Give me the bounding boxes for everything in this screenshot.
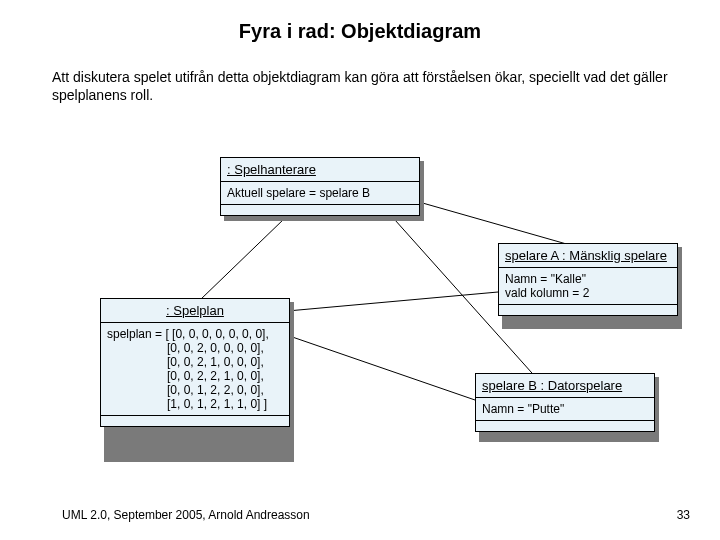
object-name: : Spelhanterare [221, 158, 419, 181]
object-attributes: Namn = "Putte" [476, 398, 654, 420]
object-name: spelare A : Mänsklig spelare [499, 244, 677, 267]
object-spelare-a: spelare A : Mänsklig spelare Namn = "Kal… [498, 243, 678, 316]
slide: Fyra i rad: Objektdiagram Att diskutera … [0, 0, 720, 540]
object-attributes: Namn = "Kalle" vald kolumn = 2 [499, 268, 677, 304]
svg-line-2 [200, 218, 285, 300]
page-title: Fyra i rad: Objektdiagram [0, 20, 720, 43]
object-attributes: Aktuell spelare = spelare B [221, 182, 419, 204]
footer-text: UML 2.0, September 2005, Arnold Andreass… [62, 508, 310, 522]
object-name: : Spelplan [101, 299, 289, 322]
description: Att diskutera spelet utifrån detta objek… [52, 68, 672, 104]
object-spelare-b: spelare B : Datorspelare Namn = "Putte" [475, 373, 655, 432]
page-number: 33 [677, 508, 690, 522]
object-spelplan: : Spelplan spelplan = [ [0, 0, 0, 0, 0, … [100, 298, 290, 427]
svg-line-0 [405, 198, 570, 245]
object-spelhanterare: : Spelhanterare Aktuell spelare = spelar… [220, 157, 420, 216]
object-attributes: spelplan = [ [0, 0, 0, 0, 0, 0, 0], [0, … [101, 323, 289, 415]
object-name: spelare B : Datorspelare [476, 374, 654, 397]
